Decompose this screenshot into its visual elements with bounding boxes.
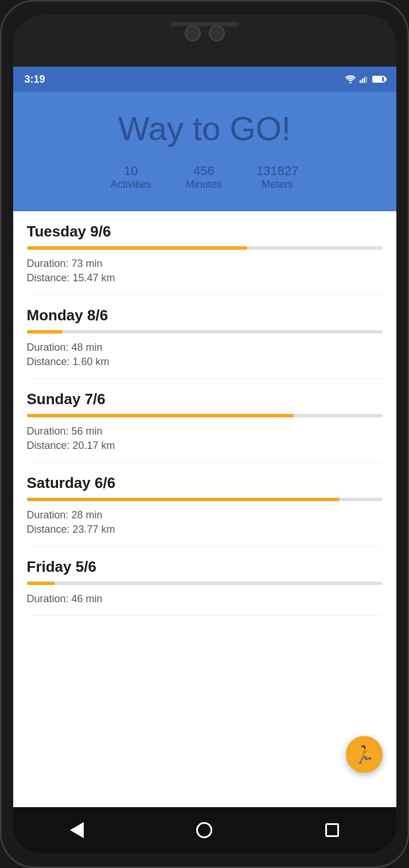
svg-rect-2: [361, 79, 363, 83]
activity-item[interactable]: Friday 5/6 Duration: 46 min: [27, 547, 383, 616]
activity-distance: Distance: 20.17 km: [27, 440, 383, 452]
stat-meters: 131827 Meters: [256, 164, 298, 191]
hero-title: Way to GO!: [118, 109, 291, 148]
stat-activities: 10 Activities: [111, 164, 151, 191]
svg-rect-1: [360, 80, 361, 83]
progress-bar-container: [27, 246, 383, 250]
nav-recent-button[interactable]: [321, 819, 344, 842]
stat-minutes: 456 Minutes: [186, 164, 222, 191]
activity-duration: Duration: 73 min: [27, 258, 383, 270]
back-icon: [70, 822, 84, 838]
screen: 3:19: [13, 15, 396, 853]
recent-icon: [325, 823, 339, 837]
activity-item[interactable]: Monday 8/6 Duration: 48 min Distance: 1.…: [27, 295, 383, 379]
activity-duration: Duration: 46 min: [27, 593, 383, 605]
activity-details: Duration: 56 min Distance: 20.17 km: [27, 425, 383, 452]
progress-bar-container: [27, 330, 383, 334]
activity-day: Monday 8/6: [27, 307, 383, 324]
runner-icon: 🏃: [353, 745, 375, 765]
signal-icon: [360, 75, 369, 84]
activity-details: Duration: 46 min: [27, 593, 383, 605]
progress-bar-fill: [27, 246, 247, 250]
progress-bar-fill: [27, 330, 63, 334]
activity-duration: Duration: 48 min: [27, 342, 383, 354]
activity-distance: Distance: 1.60 km: [27, 356, 383, 368]
activity-day: Tuesday 9/6: [27, 223, 383, 241]
status-icons: [345, 75, 385, 84]
nav-home-button[interactable]: [193, 819, 216, 842]
svg-rect-4: [365, 76, 367, 83]
notch-area: [13, 15, 396, 67]
progress-bar-fill: [27, 498, 340, 501]
svg-rect-3: [364, 78, 365, 83]
activity-distance: Distance: 23.77 km: [27, 524, 383, 536]
activity-item[interactable]: Tuesday 9/6 Duration: 73 min Distance: 1…: [27, 211, 383, 295]
progress-bar-container: [27, 498, 383, 501]
svg-point-0: [349, 82, 351, 83]
stat-meters-value: 131827: [256, 164, 298, 179]
phone-frame: 3:19: [0, 0, 409, 868]
stat-minutes-label: Minutes: [186, 179, 222, 191]
bottom-nav: [13, 807, 396, 853]
activity-duration: Duration: 56 min: [27, 425, 383, 437]
activity-day: Sunday 7/6: [27, 390, 383, 408]
battery-icon: [372, 76, 385, 83]
progress-bar-container: [27, 582, 383, 585]
camera-left: [185, 25, 201, 41]
hero-stats: 10 Activities 456 Minutes 131827 Meters: [111, 164, 298, 191]
camera-right: [209, 25, 225, 41]
camera-group: [185, 25, 225, 41]
wifi-icon: [345, 75, 356, 84]
progress-bar-container: [27, 414, 383, 417]
activity-duration: Duration: 28 min: [27, 509, 383, 521]
activity-day: Saturday 6/6: [27, 474, 383, 492]
status-bar: 3:19: [13, 67, 396, 92]
add-activity-fab[interactable]: 🏃: [346, 736, 383, 773]
activity-day: Friday 5/6: [27, 558, 383, 576]
stat-minutes-value: 456: [193, 164, 215, 179]
activity-list: Tuesday 9/6 Duration: 73 min Distance: 1…: [13, 211, 396, 616]
stat-activities-value: 10: [124, 164, 138, 179]
nav-back-button[interactable]: [65, 819, 88, 842]
activity-item[interactable]: Sunday 7/6 Duration: 56 min Distance: 20…: [27, 379, 383, 463]
progress-bar-fill: [27, 582, 56, 585]
content-area: Tuesday 9/6 Duration: 73 min Distance: 1…: [13, 211, 396, 807]
activity-details: Duration: 48 min Distance: 1.60 km: [27, 342, 383, 368]
activity-details: Duration: 28 min Distance: 23.77 km: [27, 509, 383, 536]
status-time: 3:19: [25, 73, 45, 86]
phone-inner: 3:19: [13, 15, 396, 853]
activity-distance: Distance: 15.47 km: [27, 272, 383, 284]
stat-activities-label: Activities: [111, 179, 151, 191]
home-icon: [196, 822, 212, 838]
activity-details: Duration: 73 min Distance: 15.47 km: [27, 258, 383, 284]
stat-meters-label: Meters: [262, 179, 293, 191]
progress-bar-fill: [27, 414, 294, 417]
activity-item[interactable]: Saturday 6/6 Duration: 28 min Distance: …: [27, 463, 383, 547]
hero-section: Way to GO! 10 Activities 456 Minutes 131…: [13, 92, 396, 211]
